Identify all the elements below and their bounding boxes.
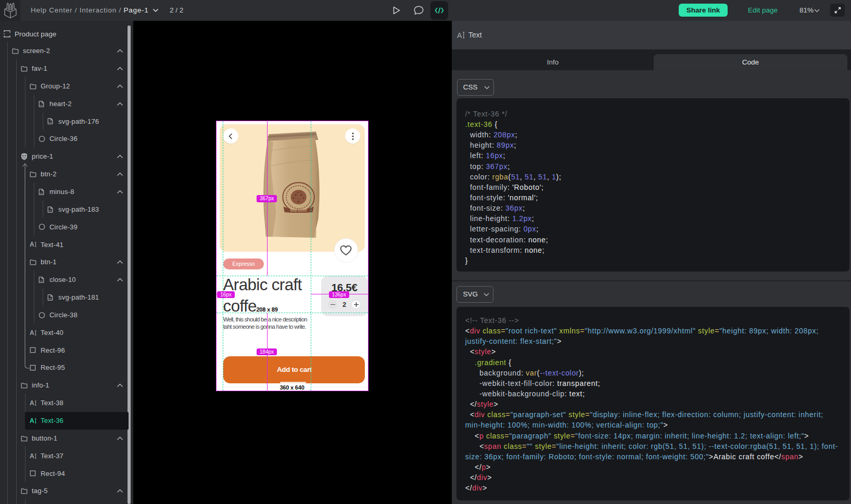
- svg-text:A: A: [457, 31, 462, 39]
- svg-text:A: A: [30, 399, 34, 406]
- svg-text:A: A: [30, 453, 34, 459]
- svg-text:A: A: [30, 241, 34, 248]
- svg-text:A: A: [30, 329, 34, 336]
- svg-text:A: A: [30, 417, 34, 424]
- svg-text:NABI NAHUI: NABI NAHUI: [290, 209, 307, 212]
